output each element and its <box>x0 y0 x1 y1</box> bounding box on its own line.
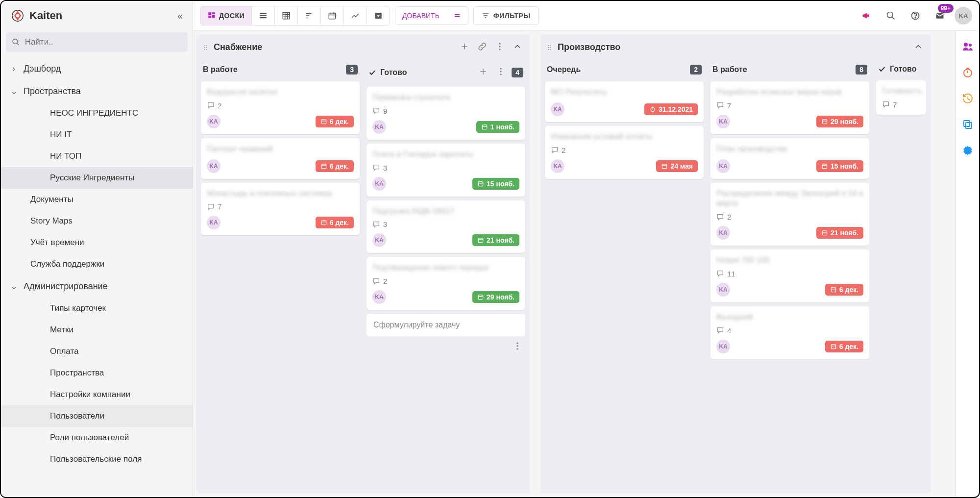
user-avatar[interactable]: KA <box>955 7 972 25</box>
card[interactable]: Новая 760 10011KA6 дек. <box>710 249 869 302</box>
sidebar-space-1[interactable]: НИ IT <box>1 124 193 146</box>
view-grid-button[interactable] <box>275 6 298 25</box>
sidebar-item-label: Типы карточек <box>50 303 106 313</box>
sidebar-admin-5[interactable]: Пользователи <box>1 405 193 427</box>
svg-rect-5 <box>212 12 215 14</box>
timer-icon <box>649 106 656 113</box>
card-comment-count: 2 <box>383 277 387 285</box>
sidebar-item-support[interactable]: Служба поддержки <box>1 253 193 275</box>
sidebar-item-spaces[interactable]: ⌄ Пространства <box>1 80 193 102</box>
column-more-button[interactable] <box>494 65 508 80</box>
search-button[interactable] <box>881 6 901 25</box>
view-chart-button[interactable] <box>344 6 367 25</box>
add-card-input[interactable]: Сформулируйте задачу <box>367 314 525 336</box>
chevron-up-icon <box>913 42 923 51</box>
help-button[interactable] <box>906 6 925 25</box>
card[interactable]: Перевозка строителя9KA1 нояб. <box>367 87 525 140</box>
board-1: ПроизводствоОчередь2МО РезультатыKA31.12… <box>540 35 931 493</box>
more-vertical-icon <box>495 42 505 51</box>
column-add-button[interactable] <box>476 65 490 80</box>
card-date-chip: 6 дек. <box>825 341 863 352</box>
rail-settings-button[interactable] <box>962 145 974 158</box>
search-input[interactable] <box>25 37 182 47</box>
view-calendar-button[interactable] <box>321 6 344 25</box>
sidebar-space-2[interactable]: НИ ТОП <box>1 146 193 167</box>
card[interactable]: Подтверждение нового порядка2KA29 нояб. <box>367 257 525 310</box>
svg-line-32 <box>892 17 895 20</box>
notifications-button[interactable]: 99+ <box>930 6 950 25</box>
sidebar-admin-4[interactable]: Настройки компании <box>1 384 193 405</box>
sidebar-admin-0[interactable]: Типы карточек <box>1 298 193 319</box>
card-comment-count: 2 <box>727 213 731 221</box>
card[interactable]: Изменения условий оплаты2KA24 мая <box>545 126 704 179</box>
sidebar-item-label: Story Maps <box>30 216 73 226</box>
card-avatar: KA <box>372 290 386 304</box>
filters-button[interactable]: ФИЛЬТРЫ <box>473 6 539 25</box>
card[interactable]: Водоросли капитал2KA6 дек. <box>201 81 360 134</box>
svg-point-91 <box>969 44 972 47</box>
sidebar-item-admin[interactable]: ⌄ Администрирование <box>1 275 193 298</box>
card-date-chip: 6 дек. <box>316 160 354 172</box>
card[interactable]: План производстваKA15 нояб. <box>710 138 869 179</box>
view-label: ДОСКИ <box>219 12 245 20</box>
board-collapse-button[interactable] <box>511 40 524 55</box>
announcement-button[interactable] <box>857 6 876 25</box>
card-title: Паспорт названий <box>207 144 354 154</box>
card[interactable]: Подгрузка 84ДК-080273KA21 нояб. <box>367 200 525 253</box>
comment-icon <box>716 270 724 277</box>
view-list-button[interactable] <box>252 6 275 25</box>
card[interactable]: Плата в Гончарье зарплаты3KA15 нояб. <box>367 144 525 197</box>
add-menu-button[interactable] <box>446 7 468 25</box>
rail-members-button[interactable] <box>962 41 974 54</box>
card-date: 29 нояб. <box>487 293 514 301</box>
add-button[interactable]: ДОБАВИТЬ <box>395 7 446 25</box>
calendar-icon <box>821 118 828 125</box>
board-add-button[interactable] <box>458 40 471 55</box>
sidebar-item-label: Роли пользователей <box>50 433 129 443</box>
search-icon <box>886 11 896 21</box>
card[interactable]: Паспорт названийKA6 дек. <box>201 138 360 179</box>
view-timeline-button[interactable] <box>298 6 321 25</box>
card[interactable]: Монастырь в платежных системах7KA6 дек. <box>201 183 360 236</box>
rail-copy-button[interactable] <box>962 119 974 132</box>
sidebar-item-label: Оплата <box>50 347 78 356</box>
rail-history-button[interactable] <box>962 93 974 106</box>
sidebar-item-storymaps[interactable]: Story Maps <box>1 210 193 232</box>
view-archive-button[interactable] <box>367 6 390 25</box>
sidebar-item-label: Дэшборд <box>24 64 61 74</box>
rail-timer-button[interactable] <box>962 67 974 80</box>
svg-rect-98 <box>964 121 970 126</box>
board-link-button[interactable] <box>475 40 489 55</box>
sidebar-admin-3[interactable]: Пространства <box>1 362 193 384</box>
card[interactable]: Распределение между Звонецкий и 04 в мар… <box>710 183 869 246</box>
sidebar-collapse-button[interactable]: « <box>177 10 183 22</box>
sidebar-item-documents[interactable]: Документы <box>1 189 193 210</box>
comment-icon <box>551 146 559 154</box>
help-icon <box>910 11 920 21</box>
column-footer-more[interactable] <box>365 338 527 355</box>
comment-icon <box>716 326 724 334</box>
sidebar-admin-6[interactable]: Роли пользователей <box>1 427 193 448</box>
search-input-wrap[interactable] <box>6 32 188 52</box>
card-title: План производства <box>716 144 863 154</box>
card[interactable]: Выходной4KA6 дек. <box>710 306 869 359</box>
board-more-button[interactable] <box>493 40 507 55</box>
board-collapse-button[interactable] <box>911 40 925 55</box>
svg-rect-6 <box>208 16 211 18</box>
sidebar-space-3[interactable]: Русские Ингредиенты <box>1 167 193 189</box>
svg-point-38 <box>204 47 205 48</box>
card[interactable]: Разработка атласных марок коров7KA29 ноя… <box>710 81 869 134</box>
card[interactable]: МО РезультатыKA31.12.2021 <box>545 81 704 122</box>
sidebar-item-dashboard[interactable]: › Дэшборд <box>1 58 193 80</box>
view-boards-button[interactable]: ДОСКИ <box>200 6 252 25</box>
sidebar-item-timesheet[interactable]: Учёт времени <box>1 232 193 253</box>
plus-icon <box>460 42 469 51</box>
sidebar-admin-7[interactable]: Пользовательские поля <box>1 448 193 470</box>
check-icon <box>368 69 376 76</box>
sidebar-space-0[interactable]: НЕОС ИНГРЕДИЕНТС <box>1 102 193 124</box>
card[interactable]: Готовность7 <box>876 80 926 115</box>
card-date-chip: 6 дек. <box>825 284 863 296</box>
card-date-chip: 31.12.2021 <box>644 103 698 115</box>
sidebar-admin-2[interactable]: Оплата <box>1 341 193 362</box>
sidebar-admin-1[interactable]: Метки <box>1 319 193 341</box>
